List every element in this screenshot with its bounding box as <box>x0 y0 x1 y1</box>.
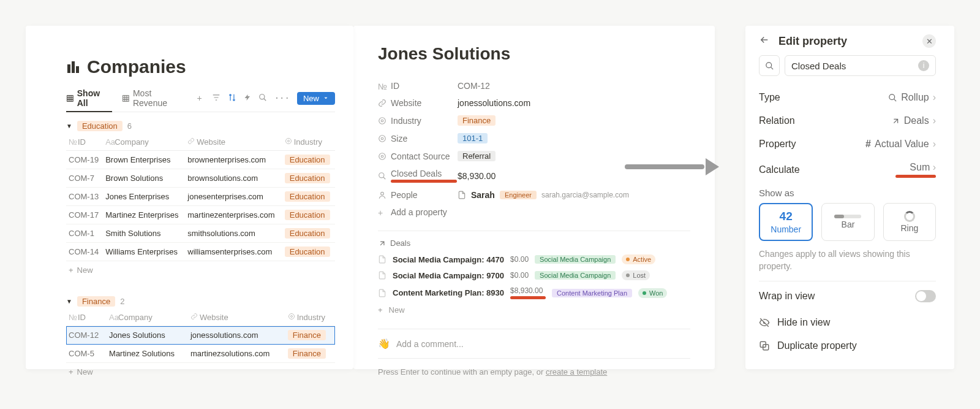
highlight-underline <box>895 175 936 178</box>
svg-point-7 <box>287 140 289 142</box>
tab-show-all[interactable]: Show All <box>66 88 112 112</box>
prop-label-people: People <box>391 190 418 200</box>
group-header-education[interactable]: ▼ Education 6 <box>66 121 335 131</box>
svg-point-13 <box>381 137 383 140</box>
more-icon[interactable]: ··· <box>274 93 290 103</box>
triangle-down-icon: ▼ <box>66 298 72 305</box>
record-title[interactable]: Jones Solutions <box>378 44 690 64</box>
prop-label-id: ID <box>391 81 399 91</box>
template-hint: Press Enter to continue with an empty pa… <box>378 367 690 377</box>
prop-value-people[interactable]: Sarah Engineer sarah.garcia@sample.com <box>458 190 629 200</box>
hash-icon: # <box>865 139 871 150</box>
show-as-bar[interactable]: Bar <box>821 203 874 241</box>
deal-item[interactable]: Content Marketing Plan: 8930$8,930.00 Co… <box>378 283 690 302</box>
table-row[interactable]: COM-7Brown Solutionsbrownsolutions.comEd… <box>66 169 335 188</box>
toggle-switch[interactable] <box>915 290 936 302</box>
show-as-number[interactable]: 42Number <box>759 203 813 241</box>
show-as-label: Show as <box>759 188 936 198</box>
show-as-note: Changes apply to all views showing this … <box>759 248 936 272</box>
col-industry: Industry <box>282 134 335 151</box>
search-icon[interactable] <box>258 93 267 104</box>
svg-rect-3 <box>67 95 74 101</box>
deal-item[interactable]: Social Media Campaign: 9700$0.00 Social … <box>378 267 690 283</box>
filter-icon[interactable] <box>212 93 221 104</box>
col-website: Website <box>185 134 282 151</box>
add-deal-button[interactable]: + New <box>378 302 690 318</box>
calculate-row[interactable]: CalculateSum › <box>759 156 936 184</box>
new-button[interactable]: New <box>297 92 335 105</box>
duplicate-icon <box>759 340 770 351</box>
page-icon <box>458 191 466 199</box>
search-button[interactable] <box>759 55 780 76</box>
add-view-button[interactable]: + <box>197 93 202 103</box>
sort-icon[interactable] <box>228 93 236 104</box>
annotation-arrow <box>625 159 717 174</box>
svg-point-17 <box>381 192 384 195</box>
table-row[interactable]: COM-1Smith Solutionssmithsolutions.comEd… <box>66 224 335 243</box>
group-count: 6 <box>127 121 132 131</box>
add-property-button[interactable]: +Add a property <box>378 204 690 221</box>
add-comment-input[interactable]: 👋 Add a comment... <box>378 329 690 359</box>
bar-preview-icon <box>834 215 861 218</box>
hide-in-view-button[interactable]: Hide in view <box>759 311 936 334</box>
companies-table-education: №ID AaCompany Website Industry COM-19Bro… <box>66 134 335 261</box>
page-title: Companies <box>87 56 186 77</box>
wave-icon: 👋 <box>378 338 390 350</box>
create-template-link[interactable]: create a template <box>546 367 607 377</box>
info-icon[interactable]: i <box>918 60 929 71</box>
group-count: 2 <box>120 297 124 306</box>
table-row[interactable]: COM-13Jones Enterprisesjonesenterprises.… <box>66 188 335 206</box>
triangle-down-icon: ▼ <box>66 123 72 129</box>
prop-value-size[interactable]: 101-1 <box>458 133 488 143</box>
svg-rect-4 <box>123 95 129 101</box>
buildings-icon <box>66 59 81 74</box>
show-as-ring[interactable]: Ring <box>883 203 936 241</box>
svg-point-10 <box>379 117 386 124</box>
svg-rect-0 <box>67 64 70 73</box>
group-header-finance[interactable]: ▼ Finance 2 <box>66 296 335 307</box>
relation-icon <box>891 117 900 126</box>
type-row[interactable]: TypeRollup› <box>759 86 936 109</box>
tab-most-revenue[interactable]: Most Revenue <box>122 88 187 108</box>
eye-off-icon <box>759 317 770 328</box>
deal-item[interactable]: Social Media Campaign: 4470$0.00 Social … <box>378 251 690 267</box>
svg-point-8 <box>288 314 294 319</box>
svg-rect-2 <box>76 66 79 73</box>
duplicate-property-button[interactable]: Duplicate property <box>759 334 936 357</box>
bolt-icon[interactable] <box>244 93 251 104</box>
companies-table-finance: №ID AaCompany Website Industry COM-12Jon… <box>66 309 335 363</box>
svg-point-14 <box>379 153 386 159</box>
col-id: №ID <box>66 134 103 151</box>
highlight-underline <box>391 180 457 183</box>
group-tag: Finance <box>77 296 115 307</box>
edit-property-panel: Edit property ✕ Closed Dealsi TypeRollup… <box>745 26 954 369</box>
property-name-input[interactable]: Closed Dealsi <box>785 55 936 76</box>
rollup-icon <box>888 93 897 102</box>
table-row[interactable]: COM-17Martinez Enterprisesmartinezenterp… <box>66 206 335 224</box>
prop-value-industry[interactable]: Finance <box>458 115 496 126</box>
close-button[interactable]: ✕ <box>922 34 936 48</box>
deals-relation-header[interactable]: Deals <box>378 231 690 248</box>
add-row-button[interactable]: + New <box>66 363 335 381</box>
svg-point-16 <box>379 172 384 177</box>
svg-point-9 <box>290 316 292 318</box>
table-row[interactable]: COM-5Martinez Solutionsmartinezsolutions… <box>66 345 335 363</box>
table-row[interactable]: COM-14Williams Enterpriseswilliamsenterp… <box>66 243 335 261</box>
prop-value-closed-deals[interactable]: $8,930.00 <box>458 171 496 181</box>
back-button[interactable] <box>759 34 770 48</box>
relation-icon <box>378 239 386 248</box>
record-detail-panel: Jones Solutions №IDCOM-12 Websitejonesso… <box>353 26 715 369</box>
wrap-in-view-toggle[interactable]: Wrap in view <box>759 281 936 311</box>
chevron-down-icon <box>323 95 329 101</box>
prop-value-id[interactable]: COM-12 <box>458 81 490 91</box>
property-row[interactable]: Property#Actual Value› <box>759 132 936 156</box>
relation-row[interactable]: RelationDeals› <box>759 109 936 132</box>
table-row[interactable]: COM-12Jones Solutionsjonessolutions.comF… <box>66 326 335 345</box>
prop-value-contact-source[interactable]: Referral <box>458 151 496 161</box>
prop-value-website[interactable]: jonessolutions.com <box>458 98 530 108</box>
svg-point-18 <box>766 62 771 67</box>
table-row[interactable]: COM-19Brown Enterprisesbrownenterprises.… <box>66 151 335 169</box>
prop-label-size: Size <box>391 134 407 143</box>
col-company: AaCompany <box>103 134 185 151</box>
add-row-button[interactable]: + New <box>66 261 335 279</box>
